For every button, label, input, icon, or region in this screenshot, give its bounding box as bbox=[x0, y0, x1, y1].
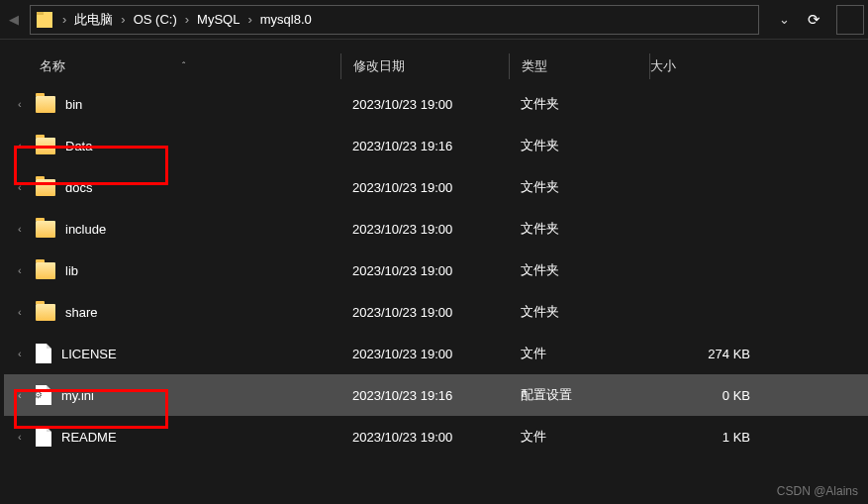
file-type: 文件夹 bbox=[509, 137, 649, 154]
file-icon bbox=[36, 344, 51, 363]
refresh-icon[interactable]: ⟳ bbox=[808, 11, 820, 29]
column-header-date[interactable]: 修改日期 bbox=[340, 53, 509, 79]
chevron-right-icon: › bbox=[185, 12, 189, 27]
column-header-type[interactable]: 类型 bbox=[509, 53, 649, 79]
folder-icon bbox=[36, 304, 55, 321]
toolbar: ◀ › 此电脑 › OS (C:) › MySQL › mysql8.0 ⌄ ⟳ bbox=[0, 0, 868, 40]
chevron-left-icon: ‹ bbox=[18, 264, 26, 276]
dropdown-icon[interactable]: ⌄ bbox=[779, 12, 790, 27]
chevron-right-icon: › bbox=[121, 12, 125, 27]
watermark: CSDN @Alains bbox=[777, 484, 858, 498]
folder-icon bbox=[36, 138, 55, 154]
file-size: 274 KB bbox=[649, 347, 778, 361]
breadcrumb-item[interactable]: mysql8.0 bbox=[256, 12, 316, 27]
file-row[interactable]: ‹README2023/10/23 19:00文件1 KB bbox=[4, 416, 868, 457]
file-date: 2023/10/23 19:16 bbox=[340, 139, 509, 153]
file-type: 文件 bbox=[509, 345, 649, 362]
breadcrumb[interactable]: › 此电脑 › OS (C:) › MySQL › mysql8.0 bbox=[30, 5, 759, 35]
file-type: 配置设置 bbox=[509, 386, 649, 404]
file-row[interactable]: ‹include2023/10/23 19:00文件夹 bbox=[4, 208, 868, 250]
chevron-left-icon: ‹ bbox=[18, 348, 26, 359]
folder-icon bbox=[36, 179, 55, 196]
chevron-left-icon: ‹ bbox=[18, 140, 26, 151]
file-date: 2023/10/23 19:00 bbox=[340, 97, 509, 112]
nav-back-icon[interactable]: ◀ bbox=[4, 10, 24, 30]
chevron-left-icon: ‹ bbox=[18, 431, 26, 443]
chevron-left-icon: ‹ bbox=[18, 306, 26, 318]
chevron-left-icon: ‹ bbox=[18, 181, 26, 193]
column-header-size[interactable]: 大小 bbox=[649, 53, 778, 79]
folder-icon bbox=[37, 12, 52, 28]
file-row[interactable]: ‹docs2023/10/23 19:00文件夹 bbox=[4, 166, 868, 208]
file-type: 文件夹 bbox=[509, 303, 649, 321]
sort-ascending-icon[interactable]: ˆ bbox=[182, 61, 185, 72]
file-size: 1 KB bbox=[649, 430, 778, 445]
folder-icon bbox=[36, 96, 55, 113]
file-name: include bbox=[65, 222, 106, 237]
file-type: 文件夹 bbox=[509, 95, 649, 113]
file-date: 2023/10/23 19:00 bbox=[340, 180, 509, 195]
file-date: 2023/10/23 19:00 bbox=[340, 222, 509, 237]
file-name: docs bbox=[65, 180, 92, 195]
file-name: share bbox=[65, 305, 98, 320]
file-date: 2023/10/23 19:00 bbox=[340, 430, 509, 445]
file-date: 2023/10/23 19:00 bbox=[340, 263, 509, 278]
file-row[interactable]: ‹lib2023/10/23 19:00文件夹 bbox=[4, 250, 868, 291]
chevron-left-icon: ‹ bbox=[18, 98, 26, 110]
file-size: 0 KB bbox=[649, 388, 778, 403]
file-row[interactable]: ‹Data2023/10/23 19:16文件夹 bbox=[4, 125, 868, 166]
folder-icon bbox=[36, 262, 55, 279]
file-row[interactable]: ‹share2023/10/23 19:00文件夹 bbox=[4, 291, 868, 333]
file-type: 文件 bbox=[509, 428, 649, 446]
chevron-right-icon: › bbox=[247, 12, 251, 27]
file-date: 2023/10/23 19:16 bbox=[340, 388, 509, 403]
breadcrumb-item[interactable]: MySQL bbox=[193, 12, 243, 27]
file-date: 2023/10/23 19:00 bbox=[340, 305, 509, 320]
file-row[interactable]: ‹my.ini2023/10/23 19:16配置设置0 KB bbox=[4, 374, 868, 416]
file-row[interactable]: ‹bin2023/10/23 19:00文件夹 bbox=[4, 83, 868, 125]
file-name: Data bbox=[65, 139, 92, 153]
file-name: README bbox=[61, 430, 117, 445]
file-row[interactable]: ‹LICENSE2023/10/23 19:00文件274 KB bbox=[4, 333, 868, 374]
file-name: my.ini bbox=[61, 388, 94, 403]
folder-icon bbox=[36, 221, 55, 238]
search-input[interactable] bbox=[836, 5, 864, 35]
file-name: bin bbox=[65, 97, 82, 112]
column-header-name[interactable]: 名称 bbox=[4, 57, 340, 75]
chevron-left-icon: ‹ bbox=[18, 389, 26, 401]
file-name: lib bbox=[65, 263, 78, 278]
chevron-right-icon: › bbox=[62, 12, 66, 27]
breadcrumb-item[interactable]: OS (C:) bbox=[130, 12, 181, 27]
file-name: LICENSE bbox=[61, 347, 117, 361]
config-icon bbox=[36, 385, 51, 405]
breadcrumb-item[interactable]: 此电脑 bbox=[70, 11, 117, 29]
file-icon bbox=[36, 427, 51, 447]
toolbar-actions: ⌄ ⟳ bbox=[771, 11, 828, 29]
file-list: 名称 ˆ 修改日期 类型 大小 ‹bin2023/10/23 19:00文件夹‹… bbox=[0, 40, 868, 457]
column-headers: 名称 ˆ 修改日期 类型 大小 bbox=[4, 50, 868, 83]
file-type: 文件夹 bbox=[509, 178, 649, 196]
chevron-left-icon: ‹ bbox=[18, 223, 26, 235]
file-date: 2023/10/23 19:00 bbox=[340, 347, 509, 361]
file-type: 文件夹 bbox=[509, 261, 649, 279]
file-type: 文件夹 bbox=[509, 220, 649, 238]
